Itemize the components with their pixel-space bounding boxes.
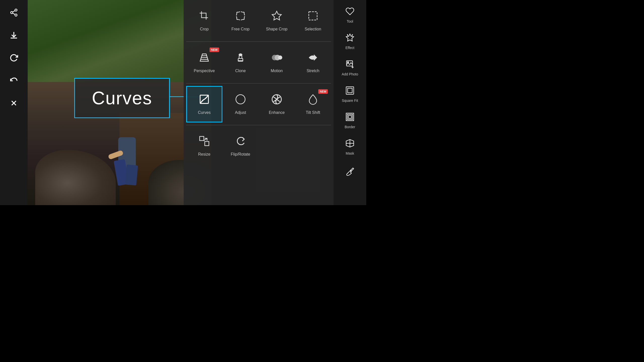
tool-row-2: NEW Perspective <box>184 42 334 83</box>
motion-tool[interactable]: Motion <box>259 44 295 81</box>
crop-label: Crop <box>200 27 209 31</box>
svg-line-3 <box>13 13 15 15</box>
square-fit-sidebar-icon <box>345 86 354 97</box>
tilt-shift-label: Tilt Shift <box>306 110 320 115</box>
selection-label: Selection <box>305 27 321 31</box>
svg-rect-37 <box>348 115 351 118</box>
curves-label-box: Curves <box>74 78 170 118</box>
svg-marker-7 <box>272 11 281 20</box>
mask-sidebar-item[interactable]: Mask <box>335 134 365 160</box>
svg-point-21 <box>278 55 283 60</box>
clone-icon <box>235 52 246 66</box>
effect-sidebar-item[interactable]: Effect <box>335 29 365 54</box>
mask-sidebar-icon <box>345 139 354 150</box>
tilt-shift-icon <box>307 94 318 107</box>
adjust-label: Adjust <box>235 110 246 115</box>
shape-crop-icon <box>271 10 282 24</box>
flip-rotate-tool[interactable]: Flip/Rotate <box>222 128 259 164</box>
tool-row-4: Resize Flip/Rotate <box>184 125 334 167</box>
resize-label: Resize <box>198 152 211 157</box>
brush-sidebar-icon <box>345 167 354 178</box>
effect-sidebar-label: Effect <box>345 46 354 50</box>
add-photo-sidebar-label: Add Photo <box>342 72 358 76</box>
right-sidebar: Tool Effect Add Photo <box>334 0 366 205</box>
adjust-icon <box>235 94 246 107</box>
perspective-tool[interactable]: NEW Perspective <box>186 44 222 81</box>
border-sidebar-icon <box>345 112 354 123</box>
refresh-icon[interactable] <box>6 50 21 65</box>
svg-point-24 <box>236 95 245 104</box>
svg-rect-18 <box>238 60 243 61</box>
stretch-icon <box>307 52 318 66</box>
square-fit-sidebar-label: Square Fit <box>342 99 358 103</box>
flip-rotate-label: Flip/Rotate <box>231 152 250 157</box>
svg-rect-8 <box>309 12 317 20</box>
crop-icon <box>199 10 210 24</box>
svg-point-2 <box>15 14 17 16</box>
adjust-tool[interactable]: Adjust <box>222 86 259 122</box>
square-fit-sidebar-item[interactable]: Square Fit <box>335 82 365 107</box>
brush-sidebar-item[interactable] <box>335 161 365 186</box>
flip-rotate-icon <box>235 135 246 149</box>
stretch-label: Stretch <box>307 69 319 73</box>
clone-label: Clone <box>235 69 246 73</box>
selection-tool[interactable]: Selection <box>295 3 331 39</box>
add-photo-sidebar-icon <box>345 60 354 71</box>
tilt-shift-tool[interactable]: NEW Tilt Shift <box>295 86 331 122</box>
enhance-label: Enhance <box>269 110 285 115</box>
tool-row-1: Crop Free Crop Shape Crop <box>184 0 334 41</box>
selection-icon <box>307 10 318 24</box>
curves-label: Curves <box>92 88 152 108</box>
motion-label: Motion <box>271 69 283 73</box>
close-icon[interactable] <box>6 96 21 111</box>
svg-point-0 <box>15 9 17 11</box>
perspective-label: Perspective <box>194 69 215 73</box>
shape-crop-tool[interactable]: Shape Crop <box>259 3 295 39</box>
undo-icon[interactable] <box>6 73 21 88</box>
perspective-icon <box>199 52 210 66</box>
svg-rect-33 <box>346 87 354 94</box>
free-crop-icon <box>235 10 246 24</box>
svg-rect-26 <box>200 136 204 141</box>
tool-panel: Crop Free Crop Shape Crop <box>184 0 334 205</box>
effect-sidebar-icon <box>345 33 354 44</box>
share-icon[interactable] <box>6 5 21 20</box>
tool-sidebar-icon <box>345 7 354 18</box>
border-sidebar-item[interactable]: Border <box>335 108 365 133</box>
svg-rect-36 <box>347 114 353 120</box>
svg-rect-27 <box>205 141 209 146</box>
svg-point-30 <box>347 62 349 63</box>
curves-tool[interactable]: Curves <box>186 86 222 122</box>
tool-sidebar-item[interactable]: Tool <box>335 3 365 28</box>
download-icon[interactable] <box>6 28 21 43</box>
resize-tool[interactable]: Resize <box>186 128 222 164</box>
tilt-shift-new-badge: NEW <box>318 89 328 94</box>
motion-icon <box>271 52 282 66</box>
tool-row-3: Curves Adjust Enhance <box>184 83 334 125</box>
svg-point-17 <box>239 53 243 56</box>
clone-tool[interactable]: Clone <box>222 44 259 81</box>
left-sidebar <box>0 0 28 205</box>
enhance-tool[interactable]: Enhance <box>259 86 295 122</box>
add-photo-sidebar-item[interactable]: Add Photo <box>335 55 365 80</box>
perspective-new-badge: NEW <box>210 48 219 52</box>
curves-icon <box>199 94 210 107</box>
tool-sidebar-label: Tool <box>347 19 353 23</box>
curves-label: Curves <box>198 110 211 115</box>
svg-point-1 <box>11 12 13 14</box>
svg-rect-34 <box>348 88 352 93</box>
shape-crop-label: Shape Crop <box>266 27 287 31</box>
crop-tool[interactable]: Crop <box>186 3 222 39</box>
enhance-icon <box>271 94 282 107</box>
free-crop-label: Free Crop <box>231 27 250 31</box>
mask-sidebar-label: Mask <box>346 151 354 155</box>
border-sidebar-label: Border <box>345 125 355 129</box>
free-crop-tool[interactable]: Free Crop <box>222 3 259 39</box>
stretch-tool[interactable]: Stretch <box>295 44 331 81</box>
resize-icon <box>199 135 210 149</box>
svg-line-4 <box>13 11 15 12</box>
